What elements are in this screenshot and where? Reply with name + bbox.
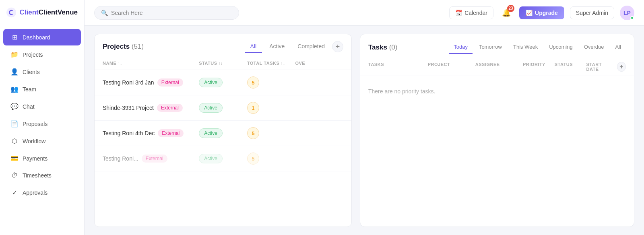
col-name: NAME <box>103 61 199 66</box>
clients-icon: 👤 <box>10 68 19 76</box>
search-box[interactable]: 🔍 <box>94 6 239 20</box>
upgrade-icon: 📈 <box>526 10 533 16</box>
table-row: Testing Roni 3rd Jan External Active 5 <box>95 70 351 95</box>
status-badge-2: Active <box>199 103 223 113</box>
sidebar-label-team: Team <box>23 86 36 93</box>
projects-table-body: Testing Roni 3rd Jan External Active 5 S… <box>95 70 351 227</box>
tasks-col-project: PROJECT <box>428 62 475 72</box>
project-tag-2: External <box>157 104 183 112</box>
sidebar-item-timesheets[interactable]: ⏱ Timesheets <box>3 167 81 183</box>
tasks-header-wrapper: Tasks (0) Today Tomorrow This Week Upcom… <box>360 34 634 76</box>
chat-icon: 💬 <box>10 103 19 110</box>
search-icon: 🔍 <box>101 10 108 16</box>
dashboard-icon: ⊞ <box>10 33 19 41</box>
tasks-col-start-date: START DATE + <box>586 62 626 72</box>
tab-all[interactable]: All <box>245 41 262 53</box>
project-tag-3: External <box>158 129 184 137</box>
calendar-button[interactable]: 📅 Calendar <box>449 6 493 19</box>
logo-icon <box>6 6 16 19</box>
search-input[interactable] <box>111 10 232 16</box>
tasks-col-tasks: TASKS <box>368 62 428 72</box>
approvals-icon: ✓ <box>10 189 19 196</box>
sidebar-item-workflow[interactable]: ⬡ Workflow <box>3 133 81 149</box>
project-name-3: Testing Roni 4th Dec <box>103 130 155 136</box>
sidebar-item-proposals[interactable]: 📄 Proposals <box>3 115 81 132</box>
status-badge-1: Active <box>199 78 223 87</box>
tasks-title: Tasks (0) <box>368 43 398 52</box>
projects-title: Projects (51) <box>103 43 144 51</box>
notifications-button[interactable]: 🔔 23 <box>499 6 514 20</box>
projects-icon: 📁 <box>10 51 19 58</box>
tasks-count: (0) <box>389 43 398 51</box>
tab-completed[interactable]: Completed <box>292 41 330 53</box>
tasks-col-status: STATUS <box>555 62 586 72</box>
task-count-1: 5 <box>247 76 259 89</box>
projects-count: (51) <box>132 43 144 50</box>
project-status-1: Active <box>199 78 247 87</box>
calendar-icon: 📅 <box>455 10 462 16</box>
content-area: Projects (51) All Active Completed + NAM… <box>85 26 644 235</box>
sidebar-item-approvals[interactable]: ✓ Approvals <box>3 184 81 201</box>
project-tasks-4: 5 <box>247 153 295 165</box>
main-content: 🔍 📅 Calendar 🔔 23 📈 Upgrade Super Admin … <box>85 0 644 235</box>
logo-text: ClientClientVenue <box>19 8 78 16</box>
table-row: Testing Roni 4th Dec External Active 5 <box>95 121 351 146</box>
project-name-cell-4: Testing Roni... External <box>103 155 199 163</box>
table-row: Shinde-3931 Project External Active 1 <box>95 95 351 121</box>
projects-header: Projects (51) All Active Completed + <box>95 34 351 53</box>
project-name-cell-2: Shinde-3931 Project External <box>103 104 199 112</box>
sidebar: ClientClientVenue ⊞ Dashboard 📁 Projects… <box>0 0 85 235</box>
no-tasks-message: There are no priority tasks. <box>360 76 634 227</box>
tasks-col-assignee: ASSIGNEE <box>475 62 523 72</box>
avatar[interactable]: LP <box>620 6 634 20</box>
project-name-2: Shinde-3931 Project <box>103 105 154 111</box>
project-status-3: Active <box>199 128 247 138</box>
upgrade-button[interactable]: 📈 Upgrade <box>519 6 564 19</box>
task-count-3: 5 <box>247 127 259 139</box>
sidebar-label-chat: Chat <box>23 103 35 110</box>
sidebar-label-proposals: Proposals <box>23 121 47 127</box>
tasks-col-priority: PRIORITY <box>523 62 555 72</box>
add-column-button[interactable]: + <box>617 62 626 72</box>
sidebar-item-dashboard[interactable]: ⊞ Dashboard <box>3 29 81 45</box>
project-status-4: Active <box>199 154 247 163</box>
team-icon: 👥 <box>10 85 19 93</box>
task-tab-overdue[interactable]: Overdue <box>579 41 609 54</box>
sidebar-nav: ⊞ Dashboard 📁 Projects 👤 Clients 👥 Team … <box>0 25 84 235</box>
task-tab-today[interactable]: Today <box>449 41 473 54</box>
workflow-icon: ⬡ <box>10 137 19 145</box>
projects-tabs: All Active Completed + <box>245 41 343 53</box>
sidebar-item-projects[interactable]: 📁 Projects <box>3 46 81 63</box>
add-project-button[interactable]: + <box>332 41 343 52</box>
super-admin-button[interactable]: Super Admin <box>570 6 614 19</box>
status-badge-3: Active <box>199 128 223 138</box>
tab-active[interactable]: Active <box>264 41 290 53</box>
sidebar-item-clients[interactable]: 👤 Clients <box>3 64 81 80</box>
logo: ClientClientVenue <box>0 0 84 25</box>
notification-badge: 23 <box>507 5 514 12</box>
sidebar-label-workflow: Workflow <box>23 138 45 144</box>
task-tab-upcoming[interactable]: Upcoming <box>544 41 578 54</box>
project-tag-4: External <box>142 155 167 163</box>
task-tab-all[interactable]: All <box>611 41 626 54</box>
sidebar-label-projects: Projects <box>23 52 43 58</box>
task-count-2: 1 <box>247 102 259 114</box>
tasks-panel: Tasks (0) Today Tomorrow This Week Upcom… <box>360 34 634 227</box>
sidebar-item-chat[interactable]: 💬 Chat <box>3 98 81 115</box>
sidebar-label-approvals: Approvals <box>23 190 47 196</box>
avatar-online-dot <box>630 16 634 20</box>
task-count-4: 5 <box>247 153 259 165</box>
project-tasks-1: 5 <box>247 76 295 89</box>
project-name-4: Testing Roni... <box>103 155 138 162</box>
project-status-2: Active <box>199 103 247 113</box>
tasks-header: Tasks (0) Today Tomorrow This Week Upcom… <box>360 34 634 54</box>
sidebar-item-payments[interactable]: 💳 Payments <box>3 150 81 167</box>
proposals-icon: 📄 <box>10 120 19 128</box>
task-tab-tomorrow[interactable]: Tomorrow <box>474 41 507 54</box>
sidebar-item-team[interactable]: 👥 Team <box>3 81 81 97</box>
table-row: Testing Roni... External Active 5 <box>95 146 351 171</box>
sidebar-label-clients: Clients <box>23 69 40 75</box>
project-name-1: Testing Roni 3rd Jan <box>103 79 154 86</box>
sidebar-label-payments: Payments <box>23 155 47 162</box>
task-tab-this-week[interactable]: This Week <box>508 41 543 54</box>
